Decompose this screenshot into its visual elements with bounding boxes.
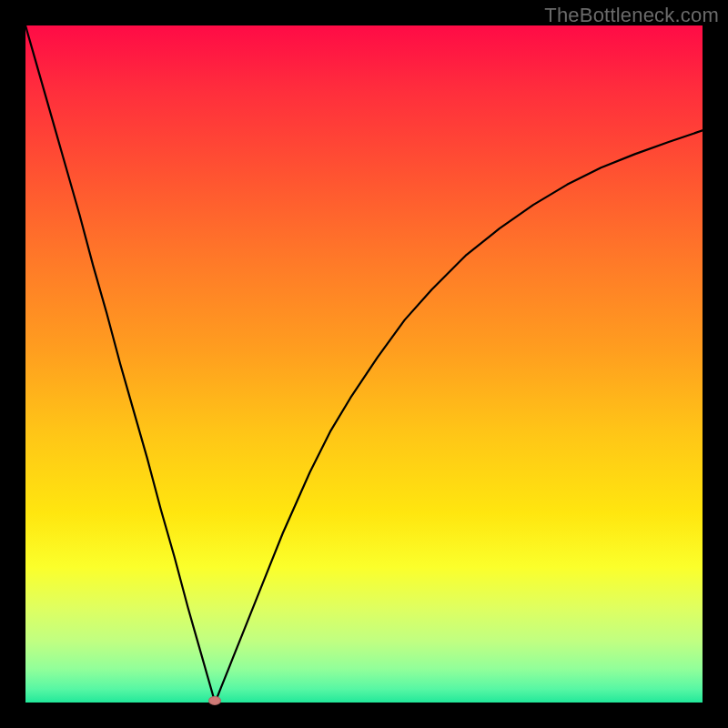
bottleneck-curve [25,25,703,703]
chart-frame: TheBottleneck.com [0,0,728,728]
watermark-label: TheBottleneck.com [544,4,719,27]
minimum-marker [208,696,221,705]
